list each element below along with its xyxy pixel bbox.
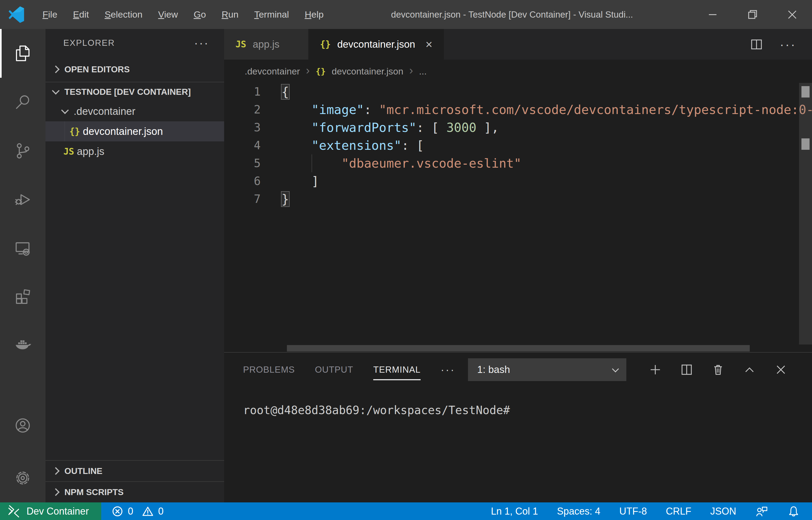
line-content: "forwardPorts": [ 3000 ], (261, 119, 499, 136)
feedback-icon[interactable] (755, 505, 768, 518)
encoding-status[interactable]: UTF-8 (619, 505, 647, 517)
activitybar-source-control[interactable] (0, 127, 46, 175)
line-content: ] (261, 172, 319, 190)
section-open-editors[interactable]: OPEN EDITORS (46, 57, 224, 82)
breadcrumb: .devcontainer › {} devcontainer.json › .… (224, 59, 812, 83)
title-bar: File Edit Selection View Go Run Terminal… (0, 0, 812, 29)
menu-terminal[interactable]: Terminal (246, 5, 297, 24)
line-content: "image": "mcr.microsoft.com/vscode/devco… (261, 101, 812, 119)
kill-terminal-trash-icon[interactable] (711, 363, 725, 376)
menu-view[interactable]: View (150, 5, 186, 24)
activitybar-explorer[interactable] (0, 29, 46, 78)
section-npm-scripts[interactable]: NPM SCRIPTS (46, 481, 224, 502)
line-content: { (261, 83, 289, 101)
editor-more-actions-icon[interactable]: ··· (780, 37, 796, 52)
menu-bar: File Edit Selection View Go Run Terminal… (35, 5, 332, 24)
terminal-content[interactable]: root@d48e8d38ab69:/workspaces/TestNode# (224, 387, 812, 502)
window-controls (693, 0, 812, 29)
sidebar-title: EXPLORER (63, 38, 115, 48)
panel-tab-output[interactable]: OUTPUT (315, 353, 353, 387)
tab-label: devcontainer.json (337, 39, 415, 50)
line-number: 6 (224, 172, 261, 190)
js-file-icon: JS (61, 146, 77, 157)
line-number: 3 (224, 119, 261, 136)
menu-selection[interactable]: Selection (96, 5, 150, 24)
error-icon (112, 505, 123, 517)
activity-bar (0, 29, 46, 502)
close-tab-icon[interactable]: × (422, 37, 432, 51)
close-panel-icon[interactable] (774, 363, 788, 376)
terminal-prompt: root@d48e8d38ab69:/workspaces/TestNode# (243, 404, 510, 417)
problems-status[interactable]: 0 0 (101, 505, 164, 517)
line-number: 5 (224, 154, 261, 172)
indentation-status[interactable]: Spaces: 4 (557, 505, 600, 517)
split-terminal-icon[interactable] (680, 363, 694, 376)
code-line[interactable]: 2 "image": "mcr.microsoft.com/vscode/dev… (224, 101, 812, 119)
breadcrumb-file[interactable]: devcontainer.json (332, 66, 403, 77)
editor-group: JS app.js × {} devcontainer.json × ··· (224, 29, 812, 502)
editor-tab-bar: JS app.js × {} devcontainer.json × ··· (224, 29, 812, 59)
cursor-position-status[interactable]: Ln 1, Col 1 (491, 505, 538, 517)
minimize-button[interactable] (693, 0, 732, 29)
breadcrumb-separator: › (409, 64, 413, 79)
menu-help[interactable]: Help (297, 5, 332, 24)
activitybar-search[interactable] (0, 78, 46, 127)
split-editor-icon[interactable] (750, 38, 763, 51)
warning-count: 0 (158, 505, 164, 517)
run-and-debug-icon (14, 191, 31, 208)
chevron-down-icon (612, 365, 619, 372)
section-outline[interactable]: OUTLINE (46, 460, 224, 481)
language-mode-status[interactable]: JSON (710, 505, 736, 517)
line-content: "extensions": [ (261, 136, 424, 154)
sidebar-more-actions[interactable]: ··· (194, 41, 209, 46)
bottom-panel: PROBLEMS OUTPUT TERMINAL ··· 1: bash (224, 352, 812, 502)
code-line[interactable]: 4 "extensions": [ (224, 136, 812, 154)
code-line[interactable]: 7} (224, 190, 812, 208)
chevron-right-icon (52, 66, 60, 73)
new-terminal-icon[interactable] (648, 363, 662, 376)
menu-file[interactable]: File (35, 5, 65, 24)
code-line[interactable]: 6 ] (224, 172, 812, 190)
tree-file-app-js[interactable]: JS app.js (46, 141, 224, 161)
eol-status[interactable]: CRLF (666, 505, 691, 517)
panel-tab-problems[interactable]: PROBLEMS (243, 353, 295, 387)
code-line[interactable]: 3 "forwardPorts": [ 3000 ], (224, 119, 812, 136)
menu-edit[interactable]: Edit (65, 5, 97, 24)
notifications-bell-icon[interactable] (787, 505, 800, 518)
menu-go[interactable]: Go (186, 5, 214, 24)
vscode-logo-icon (8, 6, 25, 23)
terminal-shell-selector[interactable]: 1: bash (468, 358, 626, 381)
breadcrumb-folder[interactable]: .devcontainer (245, 66, 300, 77)
panel-tab-terminal[interactable]: TERMINAL (373, 353, 421, 387)
npm-scripts-label: NPM SCRIPTS (64, 487, 124, 497)
activitybar-docker[interactable] (0, 321, 46, 370)
vertical-scrollbar[interactable] (799, 83, 812, 344)
code-line[interactable]: 1{ (224, 83, 812, 101)
json-file-icon: {} (320, 39, 331, 50)
activitybar-extensions[interactable] (0, 273, 46, 321)
breadcrumb-separator: › (306, 64, 310, 79)
activitybar-settings[interactable] (0, 453, 46, 502)
remote-indicator[interactable]: Dev Container (0, 502, 101, 520)
tab-devcontainer-json[interactable]: {} devcontainer.json × (309, 29, 444, 59)
panel-more-actions-icon[interactable]: ··· (441, 364, 455, 376)
activitybar-accounts[interactable] (0, 401, 46, 450)
line-number: 4 (224, 136, 261, 154)
breadcrumb-symbol-tail[interactable]: ... (419, 66, 426, 77)
activitybar-run-debug[interactable] (0, 175, 46, 224)
tree-file-devcontainer-json[interactable]: {} devcontainer.json (46, 121, 224, 141)
horizontal-scrollbar[interactable] (287, 345, 750, 352)
activitybar-remote-explorer[interactable] (0, 224, 46, 273)
tab-app-js[interactable]: JS app.js × (224, 29, 309, 59)
section-workspace-root[interactable]: TESTNODE [DEV CONTAINER] (46, 82, 224, 101)
chevron-down-icon (61, 106, 69, 114)
code-line[interactable]: 5 "dbaeumer.vscode-eslint" (224, 154, 812, 172)
close-window-button[interactable] (772, 0, 812, 29)
maximize-panel-icon[interactable] (743, 363, 756, 376)
js-file-icon: JS (235, 39, 246, 50)
restore-button[interactable] (732, 0, 772, 29)
code-editor[interactable]: 1{2 "image": "mcr.microsoft.com/vscode/d… (224, 83, 812, 352)
tree-folder-devcontainer[interactable]: .devcontainer (46, 101, 224, 121)
line-number: 2 (224, 101, 261, 119)
menu-run[interactable]: Run (214, 5, 246, 24)
